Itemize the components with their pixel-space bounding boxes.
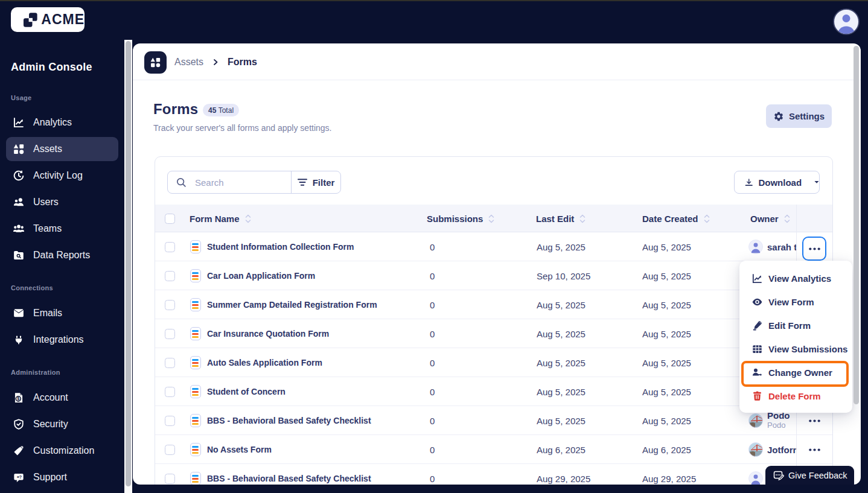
- svg-text:?: ?: [19, 474, 22, 480]
